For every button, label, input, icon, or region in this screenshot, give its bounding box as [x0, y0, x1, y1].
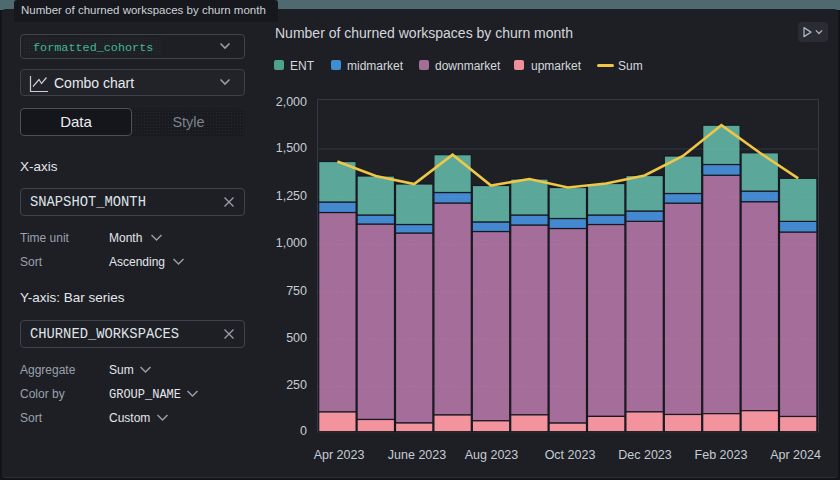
svg-text:Oct 2023: Oct 2023 — [545, 448, 596, 462]
svg-text:250: 250 — [286, 378, 307, 392]
svg-text:Apr 2023: Apr 2023 — [314, 448, 365, 462]
svg-text:June 2023: June 2023 — [388, 448, 446, 462]
svg-text:Dec 2023: Dec 2023 — [618, 448, 672, 462]
svg-text:1,250: 1,250 — [276, 189, 307, 203]
svg-text:Aug 2023: Aug 2023 — [465, 448, 519, 462]
svg-text:Feb 2023: Feb 2023 — [695, 448, 748, 462]
svg-text:2,000: 2,000 — [276, 95, 307, 109]
svg-text:0: 0 — [300, 424, 307, 438]
svg-text:750: 750 — [286, 284, 307, 298]
svg-text:1,500: 1,500 — [276, 141, 307, 155]
svg-text:500: 500 — [286, 331, 307, 345]
svg-text:Apr 2024: Apr 2024 — [770, 448, 821, 462]
svg-text:1,000: 1,000 — [276, 236, 307, 250]
